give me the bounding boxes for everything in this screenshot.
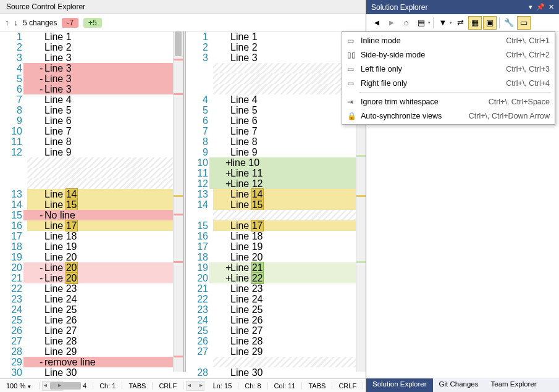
code-row[interactable] xyxy=(186,63,366,73)
code-row[interactable] xyxy=(0,168,183,178)
code-row[interactable]: 13Line 14 xyxy=(0,189,183,199)
switch-views-button[interactable]: ▤ xyxy=(414,16,428,30)
code-row[interactable]: 29-remove line xyxy=(0,357,183,367)
code-row[interactable]: 17Line 19 xyxy=(186,241,366,252)
code-row[interactable] xyxy=(0,178,183,189)
code-row[interactable]: 26Line 28 xyxy=(186,336,366,346)
code-row[interactable]: 11+Line 11 xyxy=(186,168,366,178)
code-row[interactable]: 18Line 19 xyxy=(0,241,183,252)
line-text: Line 27 xyxy=(213,325,366,336)
filter-button[interactable]: ▼ xyxy=(436,16,450,30)
code-row[interactable]: 9Line 6 xyxy=(0,115,183,126)
line-text: Line 29 xyxy=(213,346,366,357)
line-number xyxy=(0,157,27,168)
code-row[interactable]: 27Line 28 xyxy=(0,336,183,346)
code-row[interactable] xyxy=(0,157,183,168)
code-row[interactable]: 27Line 29 xyxy=(186,346,366,357)
preview-button[interactable]: ▭ xyxy=(517,16,531,30)
code-row[interactable]: 14Line 15 xyxy=(186,199,366,210)
code-row[interactable]: 16Line 18 xyxy=(186,231,366,241)
code-row[interactable]: 23Line 25 xyxy=(186,304,366,315)
code-row[interactable]: 2Line 2 xyxy=(0,42,183,52)
code-row[interactable]: 28Line 30 xyxy=(186,367,366,378)
next-change-button[interactable]: ↓ xyxy=(14,18,19,27)
forward-button[interactable]: ► xyxy=(385,16,398,30)
code-row[interactable]: 15-No line xyxy=(0,210,183,220)
menu-item[interactable]: ▭Left file onlyCtrl+\, Ctrl+3 xyxy=(342,62,555,76)
code-row[interactable]: 12+Line 12 xyxy=(186,178,366,189)
added-chip: +5 xyxy=(83,18,102,28)
zoom-level[interactable]: 100 %▼ xyxy=(0,382,40,390)
code-row[interactable]: 7Line 7 xyxy=(186,126,366,136)
code-row[interactable]: 8Line 5 xyxy=(0,105,183,115)
properties-button[interactable]: 🔧 xyxy=(502,16,516,30)
code-row[interactable]: 6Line 6 xyxy=(186,115,366,126)
code-row[interactable]: 19Line 20 xyxy=(0,252,183,262)
code-row[interactable]: 21-Line 20 xyxy=(0,273,183,283)
back-button[interactable]: ◄ xyxy=(370,16,384,30)
code-row[interactable]: 4Line 4 xyxy=(186,94,366,105)
left-scrollbar[interactable] xyxy=(173,31,183,372)
code-row[interactable]: 7Line 4 xyxy=(0,94,183,105)
code-row[interactable]: 13Line 14 xyxy=(186,189,366,199)
code-row[interactable]: 3Line 3 xyxy=(0,52,183,63)
code-row[interactable]: 17Line 18 xyxy=(0,231,183,241)
code-row[interactable]: 10Line 7 xyxy=(0,126,183,136)
code-row[interactable]: 25Line 26 xyxy=(0,315,183,325)
left-hscroll[interactable]: ◂▸ xyxy=(42,381,63,391)
autohide-icon[interactable]: 📌 xyxy=(536,3,545,11)
code-row[interactable]: 8Line 8 xyxy=(186,136,366,147)
code-row[interactable] xyxy=(186,73,366,84)
team-explorer-tab[interactable]: Team Explorer xyxy=(485,378,543,392)
right-hscroll[interactable]: ◂▸ xyxy=(186,381,204,391)
code-row[interactable]: 1Line 1 xyxy=(186,31,366,42)
code-row[interactable]: 15Line 17 xyxy=(186,220,366,231)
code-row[interactable]: 10+line 10 xyxy=(186,157,366,168)
code-row[interactable]: 1Line 1 xyxy=(0,31,183,42)
code-row[interactable] xyxy=(186,210,366,220)
git-changes-tab[interactable]: Git Changes xyxy=(433,378,485,392)
code-row[interactable]: 9Line 9 xyxy=(186,147,366,157)
code-row[interactable]: 20-Line 20 xyxy=(0,262,183,273)
show-all-files-button[interactable]: ▦ xyxy=(468,16,482,30)
sync-button[interactable]: ⇄ xyxy=(453,16,467,30)
code-row[interactable]: 22Line 24 xyxy=(186,294,366,304)
home-button[interactable]: ⌂ xyxy=(400,16,413,30)
menu-item[interactable]: ▭Inline modeCtrl+\, Ctrl+1 xyxy=(342,33,555,48)
source-control-tab[interactable]: Source Control Explorer xyxy=(0,0,91,14)
code-row[interactable]: 30Line 30 xyxy=(0,367,183,378)
code-row[interactable]: 14Line 15 xyxy=(0,199,183,210)
menu-item[interactable]: ▯▯Side-by-side modeCtrl+\, Ctrl+2 xyxy=(342,48,555,62)
code-row[interactable]: 28Line 29 xyxy=(0,346,183,357)
code-row[interactable]: 19+Line 21 xyxy=(186,262,366,273)
code-row[interactable]: 24Line 25 xyxy=(0,304,183,315)
code-row[interactable]: 3Line 3 xyxy=(186,52,366,63)
close-panel-icon[interactable]: ✕ xyxy=(548,3,554,11)
code-row[interactable]: 2Line 2 xyxy=(186,42,366,52)
code-row[interactable]: 11Line 8 xyxy=(0,136,183,147)
code-row[interactable]: 4-Line 3 xyxy=(0,63,183,73)
code-row[interactable] xyxy=(186,357,366,367)
collapse-all-button[interactable]: ▣ xyxy=(483,16,497,30)
prev-change-button[interactable]: ↑ xyxy=(5,18,9,27)
code-row[interactable]: 6-Line 3 xyxy=(0,84,183,94)
code-row[interactable]: 23Line 24 xyxy=(0,294,183,304)
line-text: Line 20 xyxy=(213,252,366,262)
solution-explorer-tab[interactable]: Solution Explorer xyxy=(366,378,433,392)
menu-item[interactable]: 🔒Auto-synchronize viewsCtrl+\, Ctrl+Down… xyxy=(342,109,555,123)
code-row[interactable]: 16Line 17 xyxy=(0,220,183,231)
code-row[interactable]: 5Line 5 xyxy=(186,105,366,115)
code-row[interactable]: 25Line 27 xyxy=(186,325,366,336)
code-row[interactable]: 26Line 27 xyxy=(0,325,183,336)
code-row[interactable]: 22Line 23 xyxy=(0,283,183,294)
code-row[interactable]: 18Line 20 xyxy=(186,252,366,262)
code-row[interactable]: 20+Line 22 xyxy=(186,273,366,283)
code-row[interactable]: 12Line 9 xyxy=(0,147,183,157)
menu-item[interactable]: ▭Right file onlyCtrl+\, Ctrl+4 xyxy=(342,76,555,90)
menu-item[interactable]: ⇥Ignore trim whitespaceCtrl+\, Ctrl+Spac… xyxy=(342,94,555,109)
window-dropdown-icon[interactable]: ▾ xyxy=(529,3,532,11)
code-row[interactable]: 24Line 26 xyxy=(186,315,366,325)
code-row[interactable]: 5-Line 3 xyxy=(0,73,183,84)
code-row[interactable] xyxy=(186,84,366,94)
code-row[interactable]: 21Line 23 xyxy=(186,283,366,294)
